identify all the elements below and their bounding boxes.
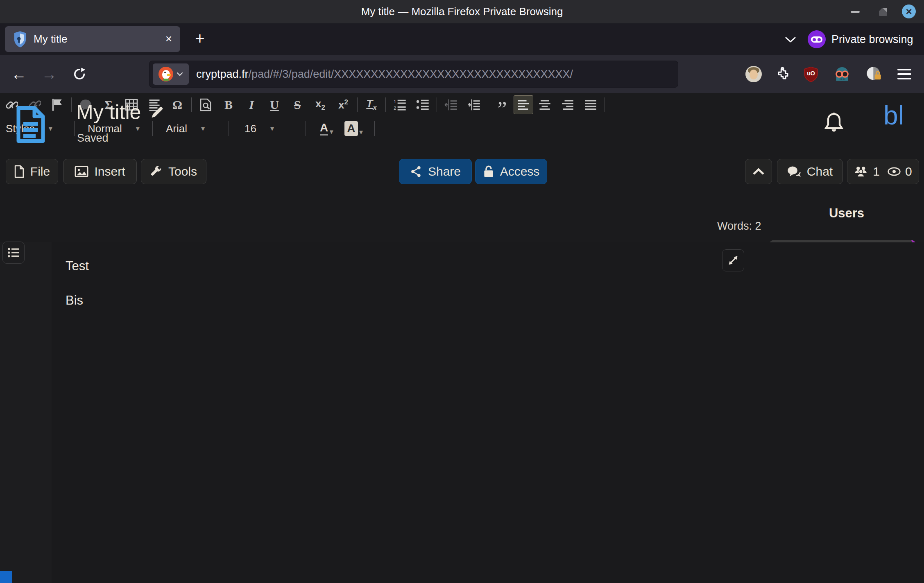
omega-icon: Ω xyxy=(172,98,182,112)
ublock-origin-button[interactable]: uO xyxy=(799,63,822,86)
align-right-button[interactable] xyxy=(556,95,579,115)
reload-icon xyxy=(72,67,86,81)
hamburger-menu-button[interactable] xyxy=(893,63,916,86)
url-bar[interactable]: cryptpad.fr/pad/#/3/pad/edit/XXXXXXXXXXX… xyxy=(149,61,678,88)
blockquote-button[interactable]: ” xyxy=(491,95,514,115)
tab-bar: My title × + Private browsing xyxy=(0,23,924,55)
close-window-button[interactable]: × xyxy=(902,5,916,18)
puzzle-piece-icon xyxy=(775,66,791,82)
bullet-list-button[interactable] xyxy=(411,95,434,115)
anchor-flag-button[interactable] xyxy=(46,95,69,115)
blockquote-icon: ” xyxy=(497,107,507,111)
bell-icon xyxy=(823,112,845,135)
align-center-button[interactable] xyxy=(533,95,556,115)
indent-icon xyxy=(467,99,480,111)
back-button[interactable]: ← xyxy=(8,63,29,86)
bold-icon: B xyxy=(224,98,233,112)
share-button[interactable]: Share xyxy=(399,159,472,184)
window-titlebar: My title — Mozilla Firefox Private Brows… xyxy=(0,0,924,23)
insert-menu-button[interactable]: Insert xyxy=(63,159,137,184)
list-all-tabs-button[interactable] xyxy=(781,32,799,47)
indent-button[interactable] xyxy=(462,95,485,115)
edit-title-pencil-icon[interactable] xyxy=(150,105,165,120)
viewers-count: 0 xyxy=(905,165,912,179)
extensions-button[interactable] xyxy=(772,63,795,86)
document-editor[interactable]: Test Bis xyxy=(52,242,924,583)
subscript-button[interactable]: x2 xyxy=(309,95,332,115)
outdent-button[interactable] xyxy=(439,95,462,115)
bold-button[interactable]: B xyxy=(217,95,240,115)
font-size-dropdown[interactable]: 16 ▾ xyxy=(231,122,303,135)
access-button[interactable]: Access xyxy=(475,159,547,184)
url-domain: cryptpad.fr xyxy=(196,68,249,80)
document-paragraph[interactable]: Test xyxy=(66,259,89,273)
minimize-button[interactable] xyxy=(849,5,862,18)
chevron-down-icon: ▾ xyxy=(136,124,140,133)
chevron-down-icon: ▾ xyxy=(49,124,52,133)
search-engine-chip[interactable] xyxy=(153,63,189,85)
toolbar-divider xyxy=(191,97,192,112)
tab-close-icon[interactable]: × xyxy=(161,31,177,47)
tab-my-title[interactable]: My title × xyxy=(5,26,180,52)
file-menu-button[interactable]: File xyxy=(6,159,58,184)
underline-button[interactable]: U xyxy=(263,95,286,115)
strikethrough-button[interactable]: S xyxy=(286,95,309,115)
chat-button[interactable]: Chat xyxy=(777,159,843,184)
remove-format-button[interactable]: Tx xyxy=(360,95,383,115)
svg-text:1: 1 xyxy=(394,99,396,104)
maximize-icon xyxy=(879,8,887,16)
preview-button[interactable] xyxy=(194,95,217,115)
chevron-down-icon: ▾ xyxy=(360,128,363,136)
notifications-button[interactable] xyxy=(822,110,846,136)
reload-button[interactable] xyxy=(69,63,90,86)
new-tab-button[interactable]: + xyxy=(189,28,211,50)
wrench-icon xyxy=(150,165,163,178)
spy-goggles-extension-button[interactable] xyxy=(831,63,854,86)
align-right-icon xyxy=(562,99,574,111)
numbered-list-button[interactable]: 1 2 xyxy=(388,95,411,115)
globe-lock-icon xyxy=(866,66,882,82)
document-paragraph[interactable]: Bis xyxy=(66,293,83,308)
document-title[interactable]: My title xyxy=(76,100,141,124)
special-character-button[interactable]: Ω xyxy=(166,95,189,115)
remove-format-icon: Tx xyxy=(366,97,376,112)
background-color-icon: A xyxy=(344,121,358,136)
document-icon xyxy=(15,105,47,144)
tools-menu-button[interactable]: Tools xyxy=(141,159,206,184)
align-left-button[interactable] xyxy=(514,95,533,114)
justify-icon xyxy=(584,99,597,111)
outline-toggle-button[interactable] xyxy=(2,242,25,264)
italic-icon: I xyxy=(249,98,254,112)
italic-button[interactable]: I xyxy=(240,95,263,115)
superscript-icon: x2 xyxy=(338,98,348,111)
tab-title: My title xyxy=(34,33,161,45)
toolbar-divider xyxy=(306,121,306,136)
users-panel-title: Users xyxy=(769,206,924,221)
forward-button[interactable]: → xyxy=(38,63,60,86)
background-color-button[interactable]: A ▾ xyxy=(344,121,362,136)
maximize-button[interactable] xyxy=(876,5,890,18)
presence-counts-button[interactable]: 1 0 xyxy=(847,159,919,184)
proxy-extension-button[interactable] xyxy=(863,63,886,86)
outdent-icon xyxy=(444,99,457,111)
toolbar-divider xyxy=(385,97,386,112)
collapse-toolbar-button[interactable] xyxy=(745,159,772,184)
superscript-button[interactable]: x2 xyxy=(332,95,355,115)
svg-text:2: 2 xyxy=(394,106,396,111)
justify-button[interactable] xyxy=(579,95,602,115)
toolbar-divider xyxy=(488,97,488,112)
private-browsing-mask-icon xyxy=(808,30,826,48)
outline-list-icon xyxy=(7,247,20,258)
bottom-left-indicator xyxy=(0,571,12,583)
font-dropdown[interactable]: Arial ▾ xyxy=(155,122,226,135)
expand-diagonal-icon xyxy=(727,255,739,266)
chevron-down-icon xyxy=(177,72,183,76)
text-color-button[interactable]: A ▾ xyxy=(320,122,333,136)
firefox-account-avatar[interactable] xyxy=(742,63,765,86)
account-avatar-initials[interactable]: bl xyxy=(876,100,911,131)
url-text: cryptpad.fr/pad/#/3/pad/edit/XXXXXXXXXXX… xyxy=(196,68,573,81)
expand-editor-button[interactable] xyxy=(722,249,744,271)
cryptpad-app: My title Saved bl File Insert Tools xyxy=(0,93,924,583)
minimize-icon xyxy=(851,11,860,13)
share-label: Share xyxy=(428,165,461,179)
